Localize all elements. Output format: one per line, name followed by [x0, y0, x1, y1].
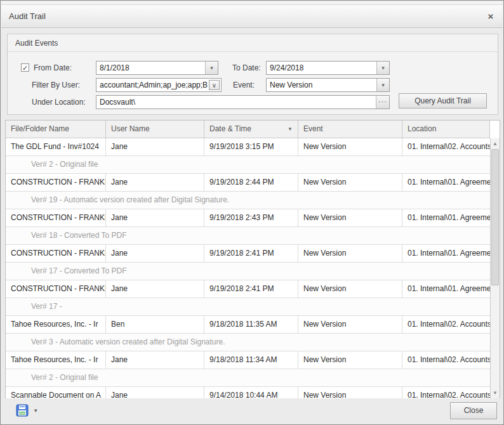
detail-row: Ver# 3 - Automatic version created after…: [6, 334, 490, 351]
event-input[interactable]: New Version ▾: [266, 78, 390, 92]
group-title: Audit Events: [15, 39, 58, 48]
browse-location-button[interactable]: ···: [376, 96, 389, 108]
detail-text: Ver# 2 - Original file: [31, 373, 98, 382]
detail-text: Ver# 17 -: [31, 302, 62, 311]
event-value: New Version: [267, 79, 376, 91]
table-row[interactable]: CONSTRUCTION - FRANKEJane9/19/2018 2:44 …: [6, 174, 490, 192]
under-location-label: Under Location:: [32, 95, 86, 109]
cell-file: Scannable Document on A: [6, 387, 106, 398]
cell-location: 01. Internal\01. Agreemer: [402, 245, 490, 262]
detail-row: Ver# 18 - Converted To PDF: [6, 227, 490, 245]
detail-row: Ver# 2 - Original file: [6, 369, 490, 387]
event-label: Event:: [233, 78, 255, 92]
to-date-input[interactable]: 9/24/2018 ▾: [266, 61, 390, 75]
from-date-input[interactable]: 8/1/2018 ▾: [96, 61, 218, 75]
table-row[interactable]: Scannable Document on AJane9/14/2018 10:…: [6, 387, 490, 398]
table-row[interactable]: CONSTRUCTION - FRANKEJane9/19/2018 2:41 …: [6, 280, 490, 298]
event-dropdown-icon[interactable]: ▾: [376, 79, 389, 91]
close-icon[interactable]: ×: [485, 10, 496, 23]
detail-text: Ver# 17 - Converted To PDF: [31, 266, 127, 275]
save-dropdown-arrow[interactable]: ▾: [34, 407, 37, 414]
detail-row: Ver# 2 - Original file: [6, 156, 490, 174]
cell-event: New Version: [298, 245, 402, 262]
scroll-down-icon[interactable]: ▼: [491, 388, 500, 398]
filter-by-user-input[interactable]: accountant;Admin;ap_joe;app;B ∨: [96, 78, 222, 92]
table-row[interactable]: Tahoe Resources, Inc. - IrBen9/18/2018 1…: [6, 316, 490, 334]
cell-datetime: 9/19/2018 3:15 PM: [204, 138, 298, 155]
detail-row: Ver# 17 -: [6, 298, 490, 316]
footer-bar: ▾ Close: [1, 398, 503, 424]
filter-by-user-value: accountant;Admin;ap_joe;app;B: [96, 79, 208, 91]
to-date-dropdown-icon[interactable]: ▾: [376, 62, 389, 74]
table-row[interactable]: CONSTRUCTION - FRANKEJane9/19/2018 2:43 …: [6, 209, 490, 227]
under-location-input[interactable]: Docsvault\ ···: [96, 95, 390, 109]
cell-file: CONSTRUCTION - FRANKE: [6, 280, 106, 298]
cell-location: 01. Internal\02. Accounts\: [402, 387, 490, 398]
detail-row: Ver# 17 - Converted To PDF: [6, 263, 490, 280]
detail-text: Ver# 18 - Converted To PDF: [31, 231, 127, 240]
cell-location: 01. Internal\02. Accounts\: [402, 351, 490, 369]
cell-user: Jane: [106, 138, 204, 155]
detail-row: Ver# 19 - Automatic version created afte…: [6, 192, 490, 209]
save-icon: [15, 403, 29, 417]
sort-desc-icon: ▼: [288, 121, 293, 138]
column-label: File/Folder Name: [11, 121, 105, 138]
column-label: User Name: [111, 121, 204, 138]
cell-datetime: 9/18/2018 11:35 AM: [204, 316, 298, 333]
titlebar[interactable]: Audit Trail ×: [1, 5, 503, 28]
export-save-button[interactable]: ▾: [15, 403, 37, 417]
cell-datetime: 9/19/2018 2:43 PM: [204, 209, 298, 226]
cell-event: New Version: [298, 174, 402, 191]
close-button[interactable]: Close: [450, 402, 497, 419]
window-title: Audit Trail: [9, 11, 46, 21]
column-header-file-folder-name[interactable]: File/Folder Name: [6, 121, 106, 138]
detail-text: Ver# 3 - Automatic version created after…: [31, 337, 225, 346]
table-row[interactable]: Tahoe Resources, Inc. - IrJane9/18/2018 …: [6, 351, 490, 369]
cell-file: Tahoe Resources, Inc. - Ir: [6, 316, 106, 333]
cell-file: CONSTRUCTION - FRANKE: [6, 174, 106, 191]
cell-file: CONSTRUCTION - FRANKE: [6, 245, 106, 262]
cell-location: 01. Internal\01. Agreemer: [402, 209, 490, 226]
cell-file: Tahoe Resources, Inc. - Ir: [6, 351, 106, 369]
audit-trail-dialog: Audit Trail × Audit Events ✓ From Date: …: [0, 0, 504, 425]
filter-by-user-dropdown-icon[interactable]: ∨: [209, 80, 220, 90]
column-label: Location: [408, 121, 489, 138]
cell-user: Jane: [106, 280, 204, 298]
cell-user: Ben: [106, 316, 204, 333]
cell-user: Jane: [106, 245, 204, 262]
under-location-value: Docsvault\: [96, 96, 376, 108]
column-label: Event: [303, 121, 402, 138]
cell-event: New Version: [298, 209, 402, 226]
scroll-thumb[interactable]: [491, 149, 499, 285]
scroll-up-icon[interactable]: ▲: [491, 139, 500, 148]
from-date-dropdown-icon[interactable]: ▾: [205, 62, 218, 74]
cell-datetime: 9/14/2018 10:44 AM: [204, 387, 298, 398]
cell-event: New Version: [298, 138, 402, 155]
from-date-value: 8/1/2018: [96, 62, 205, 74]
column-header-event[interactable]: Event: [298, 121, 402, 138]
cell-datetime: 9/19/2018 2:41 PM: [204, 245, 298, 262]
grid-header: File/Folder NameUser NameDate & Time▼Eve…: [6, 121, 490, 138]
cell-event: New Version: [298, 280, 402, 298]
cell-datetime: 9/19/2018 2:41 PM: [204, 280, 298, 298]
cell-event: New Version: [298, 387, 402, 398]
column-header-date-time[interactable]: Date & Time▼: [204, 121, 298, 138]
detail-text: Ver# 2 - Original file: [31, 160, 98, 169]
cell-location: 01. Internal\01. Agreemer: [402, 280, 490, 298]
cell-location: 01. Internal\02. Accounts\: [402, 138, 490, 155]
from-date-label: From Date:: [34, 61, 72, 75]
detail-text: Ver# 19 - Automatic version created afte…: [31, 195, 229, 204]
table-row[interactable]: The GDL Fund - Inv#1024Jane9/19/2018 3:1…: [6, 138, 490, 156]
cell-file: The GDL Fund - Inv#1024: [6, 138, 106, 155]
query-audit-trail-button[interactable]: Query Audit Trail: [399, 93, 487, 108]
group-header: Audit Events: [8, 34, 498, 52]
cell-location: 01. Internal\02. Accounts\: [402, 316, 490, 333]
cell-datetime: 9/18/2018 11:34 AM: [204, 351, 298, 369]
cell-datetime: 9/19/2018 2:44 PM: [204, 174, 298, 191]
vertical-scrollbar[interactable]: ▲ ▼: [490, 138, 500, 398]
table-row[interactable]: CONSTRUCTION - FRANKEJane9/19/2018 2:41 …: [6, 245, 490, 263]
column-header-location[interactable]: Location: [402, 121, 490, 138]
column-label: Date & Time: [209, 121, 288, 138]
column-header-user-name[interactable]: User Name: [106, 121, 204, 138]
from-date-checkbox[interactable]: ✓: [21, 63, 29, 72]
